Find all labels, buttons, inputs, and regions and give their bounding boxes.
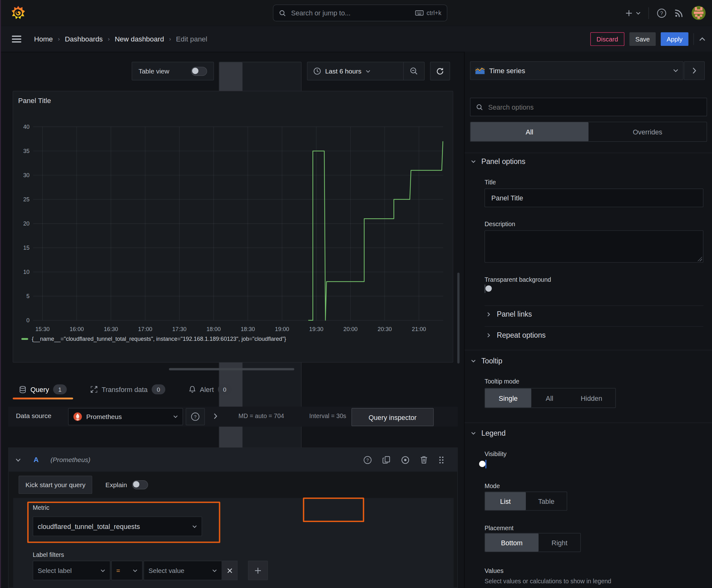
svg-text:19:30: 19:30 <box>309 326 323 332</box>
breadcrumb-home[interactable]: Home <box>34 35 53 43</box>
collapse-sidebar-button[interactable] <box>684 61 705 80</box>
options-search[interactable] <box>470 98 707 116</box>
legend-mode-label: Mode <box>484 482 500 489</box>
time-range-picker[interactable]: Last 6 hours <box>307 62 403 80</box>
search-shortcut: ctrl+k <box>427 9 441 16</box>
legend-mode-switch: List Table <box>484 491 567 511</box>
svg-text:25: 25 <box>23 196 29 203</box>
panel-title-input[interactable] <box>490 193 697 202</box>
label-filter-value-select[interactable]: Select value <box>144 561 222 580</box>
tooltip-all-option[interactable]: All <box>531 388 567 408</box>
query-row-header[interactable]: A (Prometheus) ? <box>8 448 457 471</box>
expand-options-icon[interactable] <box>214 413 218 419</box>
query-datasource-hint: (Prometheus) <box>50 456 90 463</box>
panel-options-section-header[interactable]: Panel options <box>471 158 525 166</box>
datasource-picker[interactable]: Prometheus <box>68 408 183 425</box>
panel-resize-handle[interactable] <box>169 368 294 370</box>
legend-mode-list[interactable]: List <box>485 492 526 510</box>
drag-query-handle[interactable] <box>438 456 445 464</box>
breadcrumb-dashboards[interactable]: Dashboards <box>65 35 103 43</box>
label-filter-key-select[interactable]: Select label <box>33 561 110 580</box>
svg-text:21:00: 21:00 <box>412 326 426 332</box>
search-input[interactable] <box>290 8 411 17</box>
promql-builder: Metric cloudflared_tunnel_total_requests… <box>13 498 454 588</box>
svg-text:20: 20 <box>23 220 29 227</box>
kickstart-query-button[interactable]: Kick start your query <box>19 476 92 494</box>
news-rss-icon[interactable] <box>674 8 684 18</box>
tooltip-section-header[interactable]: Tooltip <box>471 357 502 365</box>
tab-transform-data[interactable]: Transform data 0 <box>84 378 171 400</box>
legend-placement-bottom[interactable]: Bottom <box>485 533 539 551</box>
menu-toggle-icon[interactable] <box>12 35 21 42</box>
tooltip-hidden-option[interactable]: Hidden <box>567 388 615 408</box>
panel-preview: Panel Title 15:3016:0016:3017:0017:3018:… <box>13 91 453 362</box>
disable-query-icon[interactable] <box>401 456 409 464</box>
datasource-value: Prometheus <box>86 413 169 420</box>
zoom-out-button[interactable] <box>404 62 424 80</box>
table-view-control: Table view <box>132 62 214 80</box>
explain-toggle[interactable] <box>132 480 148 489</box>
duplicate-query-icon[interactable] <box>382 456 390 464</box>
panel-options-sidebar: Time series All Overrides Panel options <box>464 52 712 588</box>
legend-visibility-toggle[interactable] <box>486 460 486 468</box>
save-button[interactable]: Save <box>629 32 656 45</box>
svg-text:15:30: 15:30 <box>36 326 50 332</box>
query-help-icon[interactable]: ? <box>363 456 372 464</box>
visualization-picker[interactable]: Time series <box>470 61 684 80</box>
textarea-resize-handle[interactable] <box>697 257 702 261</box>
search-icon <box>279 9 286 17</box>
legend-series-swatch[interactable] <box>21 338 28 340</box>
chevron-down-icon <box>132 569 137 572</box>
datasource-help-button[interactable]: ? <box>186 408 205 425</box>
apply-button[interactable]: Apply <box>661 32 688 45</box>
add-filter-button[interactable] <box>248 561 268 580</box>
time-series-chart[interactable]: 15:3016:0016:3017:0017:3018:0018:3019:00… <box>13 91 453 362</box>
chevron-down-icon <box>212 569 217 572</box>
label-filters-label: Label filters <box>33 551 64 559</box>
table-view-toggle[interactable] <box>191 67 207 76</box>
panel-links-section-header[interactable]: Panel links <box>486 310 532 318</box>
refresh-button[interactable] <box>430 62 450 80</box>
collapse-query-icon[interactable] <box>15 458 21 462</box>
top-navbar: ctrl+k ? <box>0 0 712 26</box>
visualization-name: Time series <box>489 67 669 75</box>
repeat-options-section-header[interactable]: Repeat options <box>486 331 546 339</box>
legend-mode-table[interactable]: Table <box>526 492 567 510</box>
panel-title[interactable]: Panel Title <box>18 97 51 105</box>
tooltip-single-option[interactable]: Single <box>485 388 532 408</box>
grafana-logo-icon[interactable] <box>11 5 25 20</box>
alert-count-badge: 0 <box>218 384 231 395</box>
legend-section-header[interactable]: Legend <box>471 429 505 438</box>
tab-overrides[interactable]: Overrides <box>589 122 707 141</box>
svg-text:18:30: 18:30 <box>241 326 255 332</box>
panel-title-field[interactable] <box>484 188 703 207</box>
svg-text:35: 35 <box>23 148 29 154</box>
remove-filter-button[interactable] <box>222 561 237 580</box>
svg-text:19:00: 19:00 <box>275 326 289 332</box>
label-filter-operator-select[interactable]: = <box>111 561 143 580</box>
query-inspector-button[interactable]: Query inspector <box>352 408 434 426</box>
legend-placement-right[interactable]: Right <box>539 533 580 551</box>
svg-text:17:00: 17:00 <box>138 326 152 332</box>
legend-series-label[interactable]: {__name__="cloudflared_tunnel_total_requ… <box>32 336 286 342</box>
delete-query-icon[interactable] <box>420 456 428 464</box>
transparent-bg-toggle[interactable] <box>484 285 486 293</box>
tab-alert[interactable]: Alert 0 <box>183 378 238 400</box>
legend-placement-switch: Bottom Right <box>484 533 581 552</box>
user-avatar[interactable] <box>692 6 706 20</box>
tab-all-options[interactable]: All <box>471 122 589 141</box>
discard-button[interactable]: Discard <box>590 32 624 45</box>
content-scrollbar[interactable] <box>457 273 459 363</box>
options-search-input[interactable] <box>487 103 701 111</box>
tab-query[interactable]: Query 1 <box>13 378 73 400</box>
search-icon <box>476 103 483 110</box>
help-icon[interactable]: ? <box>657 8 667 18</box>
collapse-header-icon[interactable] <box>699 37 706 41</box>
metric-select[interactable]: cloudflared_tunnel_total_requests <box>33 517 202 536</box>
description-field[interactable] <box>484 230 703 262</box>
breadcrumb-new-dashboard[interactable]: New dashboard <box>114 35 164 43</box>
query-ref-id[interactable]: A <box>34 456 39 464</box>
global-search[interactable]: ctrl+k <box>273 4 447 21</box>
new-menu-button[interactable] <box>625 9 641 17</box>
time-controls: Last 6 hours <box>307 62 425 80</box>
